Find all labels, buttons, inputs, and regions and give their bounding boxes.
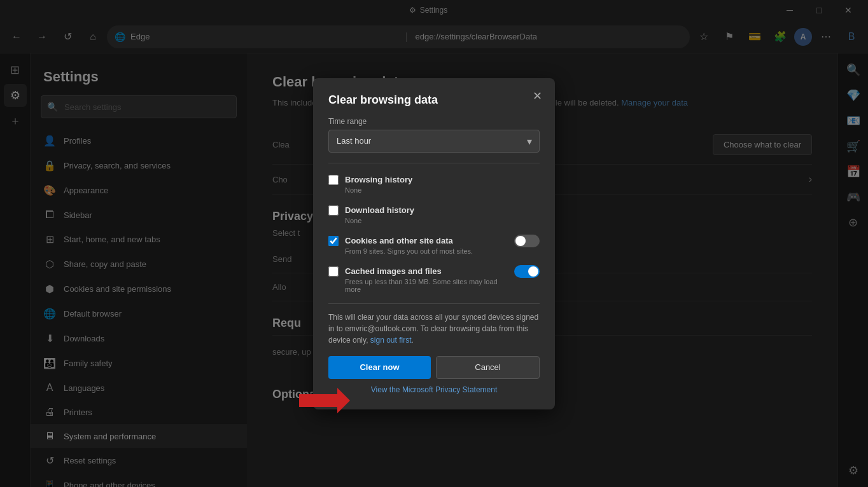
cancel-button[interactable]: Cancel [436, 356, 540, 379]
browsing-history-sub: None [345, 186, 540, 194]
modal-actions: Clear now Cancel [328, 356, 540, 379]
modal-close-button[interactable]: ✕ [528, 87, 546, 105]
modal-overlay: Clear browsing data ✕ Time range Last ho… [0, 0, 868, 487]
modal-privacy-link[interactable]: View the Microsoft Privacy Statement [328, 385, 540, 394]
time-range-select-wrapper: Last hour Last 24 hours Last 7 days Last… [328, 130, 540, 153]
download-history-row: Download history None [328, 199, 540, 230]
cached-toggle[interactable] [514, 265, 540, 278]
time-range-label: Time range [328, 117, 540, 126]
cached-sub: Frees up less than 319 MB. Some sites ma… [345, 278, 508, 293]
cookies-toggle[interactable] [514, 235, 540, 247]
download-history-checkbox[interactable] [328, 205, 339, 216]
cookies-sub: From 9 sites. Signs you out of most site… [345, 247, 508, 255]
cached-row: Cached images and files Frees up less th… [328, 260, 540, 298]
time-range-select[interactable]: Last hour Last 24 hours Last 7 days Last… [328, 130, 540, 153]
cached-checkbox[interactable] [328, 266, 339, 277]
download-history-sub: None [345, 217, 540, 224]
download-history-content: Download history None [345, 204, 540, 224]
sign-out-link[interactable]: sign out first [370, 336, 412, 345]
download-history-label[interactable]: Download history [345, 205, 414, 215]
cookies-label[interactable]: Cookies and other site data [345, 236, 453, 245]
browsing-history-content: Browsing history None [345, 174, 540, 194]
cookies-checkbox[interactable] [328, 236, 339, 246]
cookies-row: Cookies and other site data From 9 sites… [328, 230, 540, 260]
browsing-history-label[interactable]: Browsing history [345, 175, 412, 184]
modal-divider-top [328, 163, 540, 163]
cookies-content: Cookies and other site data From 9 sites… [345, 235, 508, 255]
clear-now-button[interactable]: Clear now [328, 356, 431, 379]
privacy-statement-link[interactable]: View the Microsoft Privacy Statement [371, 385, 498, 394]
cached-label[interactable]: Cached images and files [345, 266, 442, 276]
modal-sync-note: This will clear your data across all you… [328, 312, 540, 346]
cached-content: Cached images and files Frees up less th… [345, 265, 508, 293]
browsing-history-row: Browsing history None [328, 168, 540, 199]
modal-title: Clear browsing data [328, 93, 540, 107]
modal-divider-bottom [328, 303, 540, 304]
browsing-history-checkbox[interactable] [328, 175, 339, 185]
clear-browsing-data-modal: Clear browsing data ✕ Time range Last ho… [313, 78, 555, 409]
